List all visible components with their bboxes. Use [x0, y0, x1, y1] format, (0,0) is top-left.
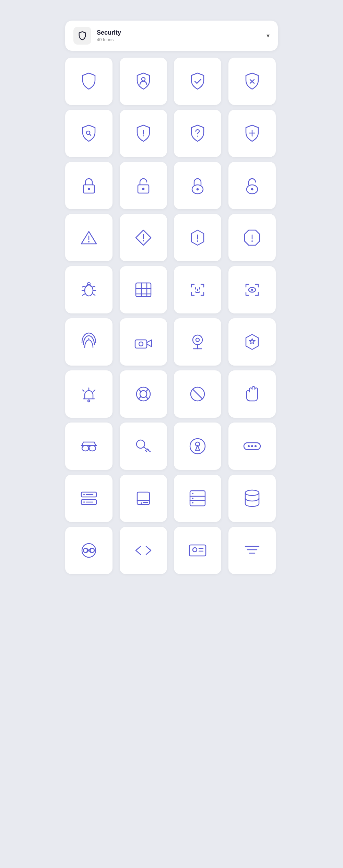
icon-shield-search[interactable] — [65, 110, 113, 157]
icon-hard-drive[interactable] — [120, 475, 167, 522]
svg-rect-27 — [136, 283, 151, 297]
icon-warning-hexagon[interactable] — [174, 214, 221, 261]
svg-point-47 — [88, 400, 90, 402]
icon-lock-square-open[interactable] — [120, 162, 167, 209]
icon-database-list[interactable] — [174, 475, 221, 522]
svg-rect-37 — [135, 340, 147, 348]
header-shield-icon — [78, 31, 87, 40]
svg-point-64 — [251, 445, 253, 447]
icon-database[interactable] — [228, 475, 276, 522]
icon-lock-square[interactable] — [65, 162, 113, 209]
icon-keyhole[interactable] — [174, 423, 221, 470]
svg-point-25 — [251, 240, 253, 242]
svg-point-36 — [251, 289, 253, 291]
svg-marker-43 — [249, 338, 255, 344]
icon-firewall[interactable] — [120, 266, 167, 313]
icon-shield-question[interactable] — [174, 110, 221, 157]
icon-lock-round-open[interactable] — [228, 162, 276, 209]
svg-point-81 — [192, 502, 193, 503]
icon-lifebuoy[interactable] — [120, 370, 167, 418]
svg-point-38 — [139, 342, 143, 346]
svg-point-68 — [83, 494, 85, 495]
icon-id-card[interactable] — [174, 527, 221, 574]
icon-warning-triangle[interactable] — [65, 214, 113, 261]
header-card[interactable]: Security 40 Icons ▾ — [65, 21, 278, 51]
chevron-down-icon[interactable]: ▾ — [267, 32, 270, 39]
icon-list-filter[interactable] — [228, 527, 276, 574]
svg-point-21 — [143, 240, 144, 241]
icon-face-id[interactable] — [174, 266, 221, 313]
icons-grid — [65, 58, 278, 574]
icon-shield[interactable] — [65, 58, 113, 105]
svg-point-82 — [245, 490, 259, 496]
svg-point-63 — [248, 445, 250, 447]
svg-point-70 — [83, 501, 85, 503]
icon-cctv[interactable] — [174, 318, 221, 366]
icon-shield-cross[interactable] — [228, 110, 276, 157]
icon-fingerprint[interactable] — [65, 318, 113, 366]
svg-point-80 — [192, 498, 193, 499]
svg-point-65 — [255, 445, 257, 447]
svg-rect-88 — [189, 545, 206, 556]
svg-line-46 — [94, 390, 95, 391]
icon-hand-stop[interactable] — [228, 370, 276, 418]
svg-point-0 — [142, 78, 145, 81]
svg-point-49 — [140, 391, 147, 397]
svg-point-74 — [141, 502, 142, 504]
main-container: Security 40 Icons ▾ — [65, 21, 278, 574]
icon-shield-check[interactable] — [174, 58, 221, 105]
svg-line-55 — [193, 389, 202, 399]
header-icon-wrap — [73, 27, 91, 45]
svg-line-4 — [90, 134, 91, 135]
icon-lock-round[interactable] — [174, 162, 221, 209]
svg-point-13 — [142, 188, 144, 190]
icon-server-rack[interactable] — [65, 475, 113, 522]
icon-eye-scan[interactable] — [228, 266, 276, 313]
svg-point-79 — [192, 493, 193, 494]
icon-password[interactable] — [228, 423, 276, 470]
header-title: Security — [97, 29, 261, 36]
icon-camera[interactable] — [120, 318, 167, 366]
svg-point-39 — [193, 335, 202, 345]
svg-line-50 — [139, 389, 141, 391]
icon-block[interactable] — [174, 370, 221, 418]
icon-shield-person[interactable] — [120, 58, 167, 105]
icon-shield-x[interactable] — [228, 58, 276, 105]
icon-warning-diamond[interactable] — [120, 214, 167, 261]
svg-point-15 — [197, 188, 199, 190]
svg-point-6 — [143, 135, 144, 136]
icon-badge[interactable] — [228, 318, 276, 366]
icon-shield-exclamation[interactable] — [120, 110, 167, 157]
svg-point-11 — [88, 188, 90, 190]
svg-line-45 — [83, 390, 84, 391]
svg-point-7 — [197, 136, 198, 137]
svg-point-23 — [197, 240, 198, 242]
svg-point-26 — [85, 285, 93, 296]
icon-token[interactable] — [65, 527, 113, 574]
icon-incognito[interactable] — [65, 423, 113, 470]
svg-line-52 — [139, 397, 141, 399]
svg-point-19 — [88, 241, 90, 242]
icon-bug[interactable] — [65, 266, 113, 313]
icon-alarm[interactable] — [65, 370, 113, 418]
svg-line-53 — [146, 397, 148, 399]
header-subtitle: 40 Icons — [97, 37, 261, 42]
header-text: Security 40 Icons — [97, 29, 261, 42]
icon-code[interactable] — [120, 527, 167, 574]
icon-key[interactable] — [120, 423, 167, 470]
svg-point-89 — [193, 548, 197, 552]
svg-line-51 — [146, 389, 148, 391]
svg-point-40 — [196, 338, 199, 342]
icon-warning-octagon[interactable] — [228, 214, 276, 261]
svg-point-17 — [251, 188, 253, 190]
